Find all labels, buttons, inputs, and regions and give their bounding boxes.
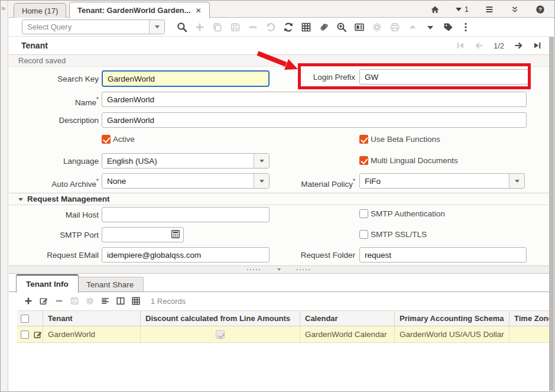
sidebar-expand-icon[interactable]: » bbox=[1, 4, 5, 12]
double-chevron-down-icon[interactable] bbox=[509, 4, 520, 14]
delete-record-icon[interactable] bbox=[247, 21, 258, 33]
more-icon[interactable] bbox=[460, 21, 471, 33]
column-header-tenant[interactable]: Tenant bbox=[43, 311, 141, 326]
grid-toggle-icon[interactable] bbox=[300, 21, 311, 33]
delete-row-icon[interactable] bbox=[54, 296, 64, 306]
use-beta-checkbox-row: Use Beta Functions bbox=[359, 135, 440, 144]
request-email-label: Request EMail bbox=[9, 247, 99, 263]
search-key-label: Search Key bbox=[9, 71, 99, 87]
first-record-icon[interactable] bbox=[456, 41, 466, 51]
request-email-input[interactable] bbox=[102, 247, 270, 263]
smtp-auth-checkbox-row: SMTP Authentication bbox=[359, 209, 445, 218]
next-record-icon[interactable] bbox=[513, 41, 523, 51]
tenant-info-table: Tenant Discount calculated from Line Amo… bbox=[17, 310, 550, 343]
request-folder-input[interactable] bbox=[359, 247, 527, 263]
smtp-ssl-label: SMTP SSL/TLS bbox=[371, 230, 427, 239]
detail-record-icon[interactable] bbox=[424, 21, 436, 33]
undo-icon[interactable] bbox=[265, 21, 276, 33]
grid-view-icon[interactable] bbox=[131, 296, 141, 306]
smtp-ssl-checkbox[interactable] bbox=[359, 230, 368, 239]
save-icon[interactable] bbox=[229, 21, 241, 33]
status-message: Record saved bbox=[18, 56, 66, 65]
material-policy-combo bbox=[359, 173, 525, 189]
last-record-icon[interactable] bbox=[532, 41, 542, 51]
language-input[interactable] bbox=[102, 154, 254, 168]
select-query-input[interactable] bbox=[22, 20, 149, 34]
material-policy-input[interactable] bbox=[360, 174, 509, 188]
row-select-checkbox[interactable] bbox=[21, 331, 29, 339]
attachment-icon[interactable] bbox=[318, 21, 329, 33]
tab-breadcrumb: Tenant 1/2 bbox=[9, 37, 549, 54]
column-header-accounting-schema[interactable]: Primary Accounting Schema bbox=[395, 311, 509, 326]
help-icon[interactable]: ? bbox=[535, 4, 545, 14]
records-count: 1 Records bbox=[151, 297, 186, 306]
language-dropdown-button[interactable] bbox=[254, 154, 269, 168]
sidebar-rail[interactable]: » bbox=[1, 1, 8, 391]
tab-tenant[interactable]: Tenant: GardenWorld Garden... ✕ bbox=[69, 2, 210, 18]
auto-archive-input[interactable] bbox=[102, 174, 254, 188]
smtp-port-label: SMTP Port bbox=[9, 227, 99, 243]
previous-record-icon[interactable] bbox=[475, 41, 485, 51]
new-row-icon[interactable] bbox=[23, 296, 33, 306]
description-input[interactable] bbox=[102, 112, 527, 128]
process-gear-icon[interactable] bbox=[85, 296, 95, 306]
discount-checkbox bbox=[216, 330, 225, 339]
home-icon[interactable] bbox=[430, 4, 440, 14]
column-header-time-zone[interactable]: Time Zone bbox=[509, 311, 550, 326]
language-label: Language bbox=[9, 153, 99, 169]
table-row[interactable]: GardenWorld GardenWorld Calendar GardenW… bbox=[17, 326, 550, 343]
calculator-icon[interactable] bbox=[169, 228, 182, 240]
multi-lingual-checkbox[interactable] bbox=[359, 156, 368, 165]
desktop-selector[interactable]: 1 bbox=[456, 5, 469, 14]
column-header-calendar[interactable]: Calendar bbox=[300, 311, 395, 326]
split-columns-icon[interactable] bbox=[115, 296, 125, 306]
process-gear-icon[interactable] bbox=[371, 21, 382, 33]
login-prefix-input[interactable] bbox=[359, 69, 528, 85]
use-beta-checkbox[interactable] bbox=[359, 135, 368, 144]
cell-discount bbox=[141, 326, 300, 342]
smtp-auth-checkbox[interactable] bbox=[359, 209, 368, 218]
page-title: Tenant bbox=[21, 37, 48, 54]
detail-pane: Tenant Info Tenant Share 1 Records Tenan… bbox=[9, 274, 549, 391]
cell-calendar: GardenWorld Calendar bbox=[300, 326, 395, 342]
splitter-grip bbox=[297, 269, 311, 270]
refresh-icon[interactable] bbox=[283, 21, 294, 33]
request-folder-label: Request Folder bbox=[245, 247, 355, 263]
report-icon[interactable] bbox=[353, 21, 365, 33]
material-policy-dropdown-button[interactable] bbox=[509, 174, 524, 188]
tab-tenant-info[interactable]: Tenant Info bbox=[16, 274, 79, 293]
parent-record-icon[interactable] bbox=[407, 21, 418, 33]
menu-icon[interactable] bbox=[484, 4, 494, 14]
active-checkbox[interactable] bbox=[102, 135, 111, 144]
select-all-checkbox[interactable] bbox=[21, 315, 29, 323]
detail-tabbar: Tenant Info Tenant Share bbox=[9, 274, 549, 292]
window-tabbar: Home (17) Tenant: GardenWorld Garden... … bbox=[9, 1, 554, 18]
edit-row-icon[interactable] bbox=[33, 330, 43, 339]
new-record-icon[interactable] bbox=[194, 21, 205, 33]
print-icon[interactable] bbox=[389, 21, 400, 33]
section-title: Request Management bbox=[27, 195, 110, 203]
tab-home[interactable]: Home (17) bbox=[14, 3, 66, 18]
column-header-discount[interactable]: Discount calculated from Line Amounts bbox=[141, 311, 300, 326]
search-icon[interactable] bbox=[176, 21, 187, 33]
list-view-icon[interactable] bbox=[100, 296, 110, 306]
request-management-section[interactable]: Request Management bbox=[9, 193, 549, 205]
mail-host-input[interactable] bbox=[102, 207, 270, 222]
close-icon[interactable]: ✕ bbox=[196, 7, 202, 15]
search-key-input[interactable] bbox=[102, 70, 270, 87]
vertical-scrollbar[interactable] bbox=[549, 37, 554, 391]
splitter-collapse-icon[interactable] bbox=[277, 268, 281, 273]
label-icon[interactable] bbox=[442, 21, 453, 33]
zoom-across-icon[interactable] bbox=[336, 21, 347, 33]
mail-host-label: Mail Host bbox=[9, 207, 99, 223]
tab-tenant-share[interactable]: Tenant Share bbox=[76, 277, 144, 292]
save-row-icon[interactable] bbox=[69, 296, 79, 306]
splitter-grip bbox=[247, 269, 261, 270]
description-label: Description bbox=[9, 112, 99, 128]
record-position: 1/2 bbox=[494, 41, 504, 50]
edit-row-icon[interactable] bbox=[38, 296, 48, 306]
pane-splitter[interactable] bbox=[9, 265, 549, 274]
name-input[interactable] bbox=[102, 92, 527, 107]
copy-record-icon[interactable] bbox=[212, 21, 223, 33]
select-query-dropdown-button[interactable] bbox=[149, 20, 164, 34]
